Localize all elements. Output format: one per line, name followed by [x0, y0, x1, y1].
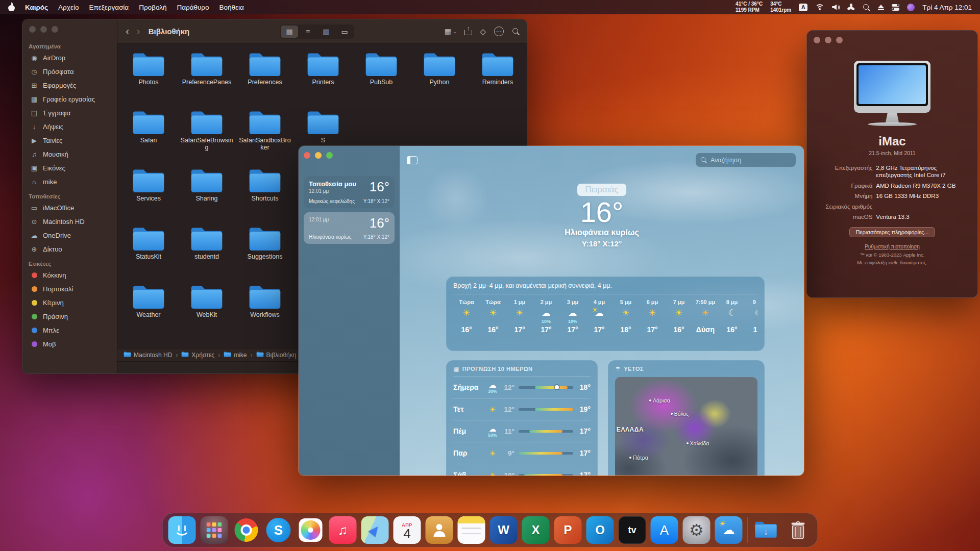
- sidebar-item-πρόσφατα[interactable]: ◷Πρόσφατα: [26, 65, 114, 79]
- sidebar-item-airdrop[interactable]: ◉AirDrop: [26, 51, 114, 65]
- dock-item-contacts[interactable]: [426, 516, 453, 544]
- folder-item[interactable]: Weather: [119, 281, 178, 339]
- group-by-button[interactable]: ▦⌄: [445, 27, 457, 36]
- sidebar-item-μπλε[interactable]: Μπλε: [26, 323, 114, 337]
- menubar-menu-αρχείο[interactable]: Αρχείο: [58, 4, 79, 11]
- zoom-button[interactable]: [326, 152, 333, 159]
- status-menu-icon[interactable]: [907, 4, 915, 11]
- sidebar-toggle-icon[interactable]: [407, 156, 418, 164]
- menubar-menu-προβολή[interactable]: Προβολή: [139, 4, 166, 11]
- path-item-χρήστες[interactable]: Χρήστες: [181, 351, 214, 359]
- sidebar-item-μουσική[interactable]: ♫Μουσική: [26, 147, 114, 161]
- sidebar-item-γραφείο-εργασίας[interactable]: ▦Γραφείο εργασίας: [26, 92, 114, 106]
- fan-sensor-readout[interactable]: 34°C 1401rpm: [770, 1, 791, 13]
- control-center-icon[interactable]: [892, 4, 899, 11]
- folder-item[interactable]: PubSub: [352, 48, 410, 106]
- folder-item[interactable]: SafariSafeBrowsing: [178, 106, 236, 164]
- share-button[interactable]: [464, 27, 472, 36]
- sidebar-item-έγγραφα[interactable]: ▤Έγγραφα: [26, 106, 114, 120]
- dock-item-maps[interactable]: [361, 516, 389, 544]
- sidebar-item-onedrive[interactable]: ☁OneDrive: [26, 229, 114, 242]
- icon-view-button[interactable]: ▦: [281, 26, 298, 38]
- close-button[interactable]: [304, 152, 310, 159]
- dock-item-appletv[interactable]: tv: [619, 516, 646, 544]
- list-view-button[interactable]: ≡: [299, 26, 316, 38]
- dock-item-music[interactable]: ♫: [329, 516, 357, 544]
- sidebar-item-πορτοκαλί[interactable]: Πορτοκαλί: [26, 282, 114, 296]
- folder-item[interactable]: SafariSandboxBroker: [236, 106, 294, 164]
- folder-item[interactable]: Safari: [119, 106, 178, 164]
- dock-item-downloads[interactable]: ↓: [752, 516, 780, 544]
- dock-item-weather[interactable]: ☀☁: [715, 516, 743, 544]
- close-button[interactable]: [814, 37, 820, 43]
- folder-item[interactable]: PreferencePanes: [178, 48, 236, 106]
- sidebar-item-κίτρινη[interactable]: Κίτρινη: [26, 296, 114, 310]
- tenday-row-τετ[interactable]: Τετ☀12°19°: [453, 398, 591, 420]
- location-card-0[interactable]: Τοποθεσία μου12:01 μμ16°Μερικώς νεφελώδη…: [304, 176, 395, 208]
- zoom-button[interactable]: [52, 26, 58, 33]
- wifi-icon[interactable]: [815, 4, 824, 11]
- folder-item[interactable]: Python: [410, 48, 469, 106]
- zoom-button[interactable]: [836, 37, 843, 43]
- folder-item[interactable]: Suggestions: [236, 222, 294, 281]
- path-item-macintosh-hd[interactable]: Macintosh HD: [124, 351, 172, 359]
- dock-item-trash[interactable]: [785, 516, 812, 544]
- dock-item-notes[interactable]: [458, 516, 485, 544]
- folder-item[interactable]: Reminders: [469, 48, 527, 106]
- precip-map[interactable]: ΛάρισαΒόλοςΕΛΛΑΔΑΧαλκίδαΠάτρα: [615, 377, 757, 476]
- more-actions-button[interactable]: ⋯: [494, 27, 504, 36]
- back-button[interactable]: ‹: [125, 26, 130, 37]
- location-card-1[interactable]: 12:01 μμ16°Ηλιοφάνεια κυρίωςΥ:18° Χ:12°: [304, 212, 395, 244]
- sidebar-item-λήψεις[interactable]: ↓Λήψεις: [26, 120, 114, 134]
- folder-item[interactable]: Services: [119, 164, 178, 222]
- dock-item-word[interactable]: W: [490, 516, 518, 544]
- sidebar-item-macintosh-hd[interactable]: ⊙Macintosh HD: [26, 215, 114, 229]
- regulatory-link[interactable]: Ρυθμιστική πιστοποίηση: [807, 244, 977, 249]
- folder-item[interactable]: studentd: [178, 222, 236, 281]
- sidebar-item-δίκτυο[interactable]: ⊕Δίκτυο: [26, 242, 114, 256]
- dock-item-chrome[interactable]: [233, 516, 260, 544]
- sidebar-item-πράσινη[interactable]: Πράσινη: [26, 310, 114, 323]
- folder-item[interactable]: Preferences: [236, 48, 294, 106]
- search-input[interactable]: [710, 157, 792, 164]
- input-source-icon[interactable]: A: [799, 4, 807, 11]
- weather-search-field[interactable]: [696, 153, 796, 167]
- path-item-βιβλιοθήκη[interactable]: Βιβλιοθήκη: [256, 351, 297, 359]
- apple-menu-icon[interactable]: [8, 3, 15, 11]
- active-app-name[interactable]: Καιρός: [25, 4, 48, 11]
- menubar-clock[interactable]: Τρί 4 Απρ 12:01: [922, 4, 972, 11]
- tenday-row-πέμ[interactable]: Πέμ☁50%11°17°: [453, 420, 591, 442]
- tenday-row-παρ[interactable]: Παρ☀9°17°: [453, 442, 591, 464]
- folder-item[interactable]: Photos: [119, 48, 178, 106]
- fan-icon[interactable]: [847, 4, 855, 11]
- dock-item-calendar[interactable]: ΑΠΡ 4: [394, 516, 421, 544]
- folder-item[interactable]: Printers: [294, 48, 352, 106]
- dock-item-finder[interactable]: [168, 516, 196, 544]
- dock-item-excel[interactable]: X: [522, 516, 550, 544]
- folder-item[interactable]: WebKit: [178, 281, 236, 339]
- sidebar-item-εφαρμογές[interactable]: ⊞Εφαρμογές: [26, 79, 114, 92]
- sidebar-item-εικόνες[interactable]: ▣Εικόνες: [26, 161, 114, 175]
- menubar-menu-παράθυρο[interactable]: Παράθυρο: [177, 4, 209, 11]
- volume-icon[interactable]: [832, 4, 840, 11]
- more-info-button[interactable]: Περισσότερες πληροφορίες...: [849, 227, 936, 237]
- sidebar-item-mike[interactable]: ⌂mike: [26, 175, 114, 189]
- dock-item-settings[interactable]: ⚙: [683, 516, 710, 544]
- forward-button[interactable]: ›: [135, 26, 141, 37]
- sidebar-item-μοβ[interactable]: Μοβ: [26, 337, 114, 351]
- folder-item[interactable]: Workflows: [236, 281, 294, 339]
- temperature-sensor-readout[interactable]: 41°C / 36°C 1199 RPM: [736, 1, 763, 13]
- dock-item-launchpad[interactable]: [201, 516, 228, 544]
- sidebar-item-ταινίες[interactable]: ▶Ταινίες: [26, 134, 114, 147]
- dock-item-skype[interactable]: S: [265, 516, 292, 544]
- eject-icon[interactable]: [878, 5, 884, 10]
- folder-item[interactable]: Shortcuts: [236, 164, 294, 222]
- menubar-menu-επεξεργασία[interactable]: Επεξεργασία: [89, 4, 129, 11]
- folder-item[interactable]: Sharing: [178, 164, 236, 222]
- search-button[interactable]: [512, 28, 520, 35]
- tenday-row-σήμερα[interactable]: Σήμερα☁30%12°18°: [453, 376, 591, 398]
- path-item-mike[interactable]: mike: [224, 351, 247, 359]
- gallery-view-button[interactable]: ▭: [336, 26, 353, 38]
- dock-item-photos[interactable]: [297, 516, 325, 544]
- minimize-button[interactable]: [825, 37, 831, 43]
